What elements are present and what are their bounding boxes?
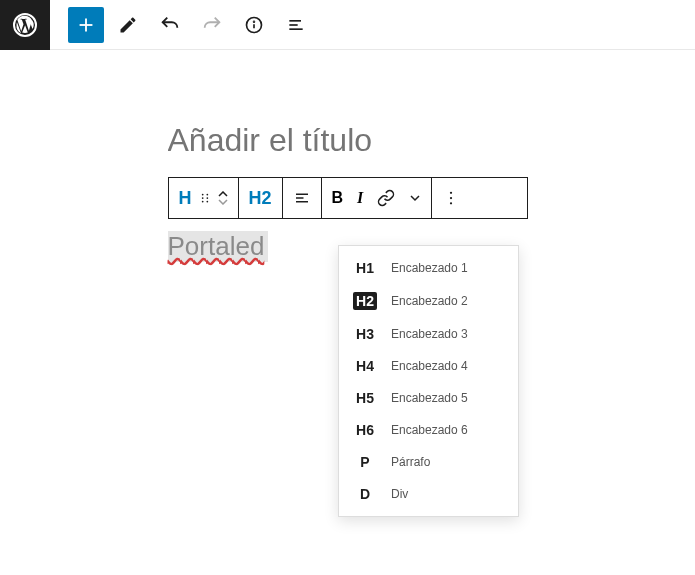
dropdown-item-tag: D xyxy=(353,486,377,502)
dropdown-item-d[interactable]: DDiv xyxy=(339,478,518,510)
heading-block-content[interactable]: Portaled xyxy=(168,231,269,262)
dropdown-item-label: Encabezado 2 xyxy=(391,294,468,308)
dropdown-item-tag: H3 xyxy=(353,326,377,342)
dropdown-item-h3[interactable]: H3Encabezado 3 xyxy=(339,318,518,350)
dropdown-item-tag: P xyxy=(353,454,377,470)
svg-point-19 xyxy=(450,197,452,199)
plus-icon xyxy=(75,14,97,36)
edit-tools-button[interactable] xyxy=(110,7,146,43)
dropdown-item-label: Encabezado 6 xyxy=(391,423,468,437)
dropdown-item-h1[interactable]: H1Encabezado 1 xyxy=(339,252,518,284)
svg-point-12 xyxy=(206,194,208,196)
svg-point-14 xyxy=(206,201,208,203)
more-vertical-icon xyxy=(442,189,460,207)
bold-button[interactable]: B xyxy=(332,189,344,207)
undo-button[interactable] xyxy=(152,7,188,43)
italic-button[interactable]: I xyxy=(357,189,363,207)
redo-button[interactable] xyxy=(194,7,230,43)
dropdown-item-tag: H6 xyxy=(353,422,377,438)
svg-point-9 xyxy=(201,194,203,196)
dropdown-item-h6[interactable]: H6Encabezado 6 xyxy=(339,414,518,446)
block-type-cell: H xyxy=(169,178,239,218)
align-button[interactable] xyxy=(283,178,322,218)
dropdown-item-tag: H1 xyxy=(353,260,377,276)
link-icon[interactable] xyxy=(377,189,395,207)
wp-logo-button[interactable] xyxy=(0,0,50,50)
dropdown-item-h4[interactable]: H4Encabezado 4 xyxy=(339,350,518,382)
chevron-down-icon xyxy=(218,198,228,205)
editor-content: H H2 B I Portaled xyxy=(168,122,528,262)
heading-level-button[interactable]: H2 xyxy=(239,178,283,218)
wordpress-icon xyxy=(13,13,37,37)
svg-point-10 xyxy=(201,197,203,199)
dropdown-item-p[interactable]: PPárrafo xyxy=(339,446,518,478)
dropdown-item-label: Div xyxy=(391,487,408,501)
format-group: B I xyxy=(322,178,433,218)
pencil-icon xyxy=(118,15,138,35)
post-title-input[interactable] xyxy=(168,122,528,159)
info-icon xyxy=(244,15,264,35)
chevron-up-icon xyxy=(218,191,228,198)
dropdown-item-label: Encabezado 1 xyxy=(391,261,468,275)
svg-point-5 xyxy=(254,21,255,22)
dropdown-item-tag: H2 xyxy=(353,292,377,310)
svg-point-18 xyxy=(450,192,452,194)
undo-icon xyxy=(159,14,181,36)
dropdown-item-label: Encabezado 5 xyxy=(391,391,468,405)
redo-icon xyxy=(201,14,223,36)
list-icon xyxy=(286,15,306,35)
dropdown-item-label: Encabezado 4 xyxy=(391,359,468,373)
dropdown-item-label: Encabezado 3 xyxy=(391,327,468,341)
heading-level-dropdown: H1Encabezado 1H2Encabezado 2H3Encabezado… xyxy=(338,245,519,517)
dropdown-item-label: Párrafo xyxy=(391,455,430,469)
dropdown-item-h2[interactable]: H2Encabezado 2 xyxy=(339,284,518,318)
dropdown-item-tag: H5 xyxy=(353,390,377,406)
more-options-button[interactable] xyxy=(432,178,470,218)
dropdown-item-tag: H4 xyxy=(353,358,377,374)
heading-block-icon[interactable]: H xyxy=(179,188,192,209)
svg-point-13 xyxy=(206,197,208,199)
drag-handle-icon[interactable] xyxy=(198,191,212,205)
block-toolbar: H H2 B I xyxy=(168,177,528,219)
dropdown-item-h5[interactable]: H5Encabezado 5 xyxy=(339,382,518,414)
info-button[interactable] xyxy=(236,7,272,43)
editor-canvas: H H2 B I Portaled xyxy=(0,50,695,262)
align-left-icon xyxy=(293,189,311,207)
chevron-down-icon[interactable] xyxy=(409,192,421,204)
svg-point-20 xyxy=(450,202,452,204)
outline-button[interactable] xyxy=(278,7,314,43)
svg-point-11 xyxy=(201,201,203,203)
move-up-down[interactable] xyxy=(218,191,228,205)
add-block-button[interactable] xyxy=(68,7,104,43)
top-toolbar xyxy=(0,0,695,50)
